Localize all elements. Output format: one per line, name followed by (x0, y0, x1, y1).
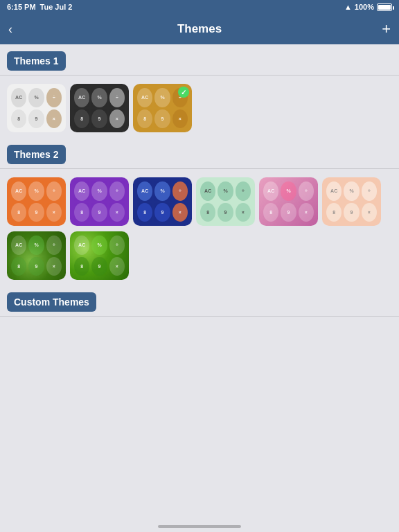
add-button[interactable]: + (382, 20, 391, 38)
themes2-row1: AC % ÷ 8 9 × AC % ÷ 8 9 × (0, 175, 399, 231)
theme-orange[interactable]: AC % ÷ 8 9 × (7, 177, 66, 226)
status-right: ▲ 100% (344, 3, 392, 11)
status-left: 6:15 PM Tue Jul 2 (7, 3, 72, 11)
theme-dark[interactable]: AC % ÷ 8 9 × (70, 84, 129, 132)
theme-purple[interactable]: AC % ÷ 8 9 × (70, 177, 129, 226)
themes2-row2: AC % ÷ 8 9 × AC % ÷ 8 9 × (0, 231, 399, 285)
date: Tue Jul 2 (40, 3, 73, 11)
status-bar: 6:15 PM Tue Jul 2 ▲ 100% (0, 0, 399, 14)
selected-checkmark: ✓ (178, 87, 189, 98)
custom-themes-divider (0, 316, 399, 317)
themes1-section: Themes 1 AC % ÷ 8 9 × AC % ÷ (0, 44, 399, 138)
themes2-divider (0, 168, 399, 169)
themes2-section: Themes 2 AC % ÷ 8 9 × AC % ÷ (0, 138, 399, 285)
theme-peach[interactable]: AC % ÷ 8 9 × (322, 177, 381, 226)
themes1-header[interactable]: Themes 1 (7, 51, 66, 71)
theme-green2[interactable]: AC % ÷ 8 9 × (70, 231, 129, 280)
theme-pink-grad[interactable]: AC % ÷ 8 9 × (259, 177, 318, 226)
theme-blue[interactable]: AC % ÷ 8 9 × (133, 177, 192, 226)
back-button[interactable]: ‹ (8, 22, 29, 37)
theme-green1[interactable]: AC % ÷ 8 9 × (7, 231, 66, 280)
theme-mint[interactable]: AC % ÷ 8 9 × (196, 177, 255, 226)
themes1-divider (0, 75, 399, 76)
content-area: Themes 1 AC % ÷ 8 9 × AC % ÷ (0, 44, 399, 532)
wifi-icon: ▲ (344, 3, 352, 11)
time: 6:15 PM (7, 3, 36, 11)
custom-themes-header[interactable]: Custom Themes (7, 292, 96, 312)
home-indicator (158, 525, 241, 528)
custom-themes-section: Custom Themes (0, 285, 399, 317)
theme-gold[interactable]: AC % ÷ 8 9 × ✓ (133, 84, 192, 132)
theme-white[interactable]: AC % ÷ 8 9 × (7, 84, 66, 132)
battery-fill (378, 5, 391, 10)
battery-icon (377, 3, 392, 11)
nav-bar: ‹ Themes + (0, 14, 399, 44)
nav-title: Themes (177, 14, 222, 44)
battery-label: 100% (355, 3, 374, 11)
themes1-row: AC % ÷ 8 9 × AC % ÷ 8 9 × (0, 81, 399, 138)
themes2-header[interactable]: Themes 2 (7, 145, 66, 164)
